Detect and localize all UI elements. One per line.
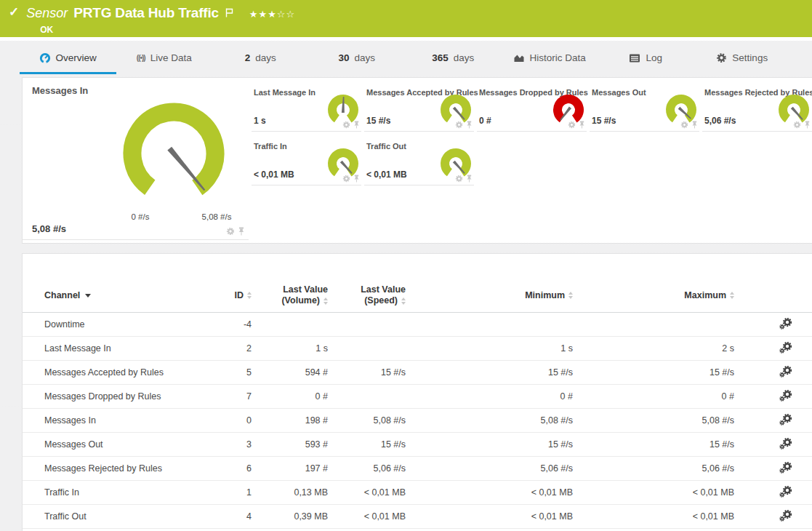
tab-label: Settings xyxy=(732,52,768,63)
cell-maximum: < 0,01 MB xyxy=(573,487,734,498)
tab-overview[interactable]: Overview xyxy=(20,44,116,74)
priority-flag-icon[interactable] xyxy=(225,8,233,17)
gauge-value: 5,06 #/s xyxy=(704,116,736,126)
cell-id: 6 xyxy=(212,463,252,474)
pin-icon[interactable] xyxy=(804,121,811,129)
gauge-card: Messages Dropped by Rules 0 # xyxy=(477,83,587,132)
sensor-title: PRTG Data Hub Traffic xyxy=(73,5,219,21)
gauge-value: < 0,01 MB xyxy=(366,169,407,180)
gauge-card: Traffic Out < 0,01 MB xyxy=(364,137,474,185)
table-row[interactable]: Traffic Out 4 0,39 MB < 0,01 MB < 0,01 M… xyxy=(23,505,812,529)
channel-settings-gears-icon[interactable] xyxy=(779,510,792,522)
cell-channel[interactable]: Messages Dropped by Rules xyxy=(44,391,212,402)
broadcast-icon: ((•)) xyxy=(137,54,145,62)
sensor-tabs: Overview ((•)) Live Data 2days 30days 36… xyxy=(20,44,790,74)
tab-live-data[interactable]: ((•)) Live Data xyxy=(116,44,213,74)
gear-icon[interactable] xyxy=(455,121,463,129)
cell-last-value-volume: 197 # xyxy=(252,463,328,474)
cell-last-value-speed: 15 #/s xyxy=(328,439,406,450)
cell-minimum: 1 s xyxy=(406,343,573,354)
gear-icon[interactable] xyxy=(342,121,350,129)
tab-log[interactable]: Log xyxy=(598,44,694,74)
pin-icon[interactable] xyxy=(238,227,245,236)
pin-icon[interactable] xyxy=(691,121,698,129)
cell-channel[interactable]: Traffic Out xyxy=(44,511,212,522)
gauge-title: Messages In xyxy=(32,85,88,96)
table-row[interactable]: Messages Dropped by Rules 7 0 # 0 # 0 # xyxy=(23,385,812,409)
table-row[interactable]: Messages Out 3 593 # 15 #/s 15 #/s 15 #/… xyxy=(23,433,812,457)
cell-channel[interactable]: Messages In xyxy=(44,415,212,426)
cell-id: -4 xyxy=(212,319,252,330)
tab-settings[interactable]: Settings xyxy=(694,44,791,74)
tab-historic-data[interactable]: Historic Data xyxy=(502,44,598,74)
cell-channel[interactable]: Messages Rejected by Rules xyxy=(44,463,212,474)
gauges-panel: Messages In 0 #/s 5,08 #/s 5,08 #/s Last xyxy=(22,77,812,244)
gauge-needle xyxy=(167,147,206,192)
cell-minimum: 0 # xyxy=(406,391,573,402)
gauge-title: Messages Out xyxy=(592,88,646,97)
priority-stars[interactable]: ★★★☆☆ xyxy=(249,9,295,20)
column-header-last-value-speed[interactable]: Last Value(Speed) xyxy=(328,284,406,306)
table-row[interactable]: Downtime -4 xyxy=(23,313,812,337)
cell-last-value-volume: 198 # xyxy=(252,415,328,426)
cell-last-value-volume: 0,13 MB xyxy=(252,487,328,498)
channel-settings-gears-icon[interactable] xyxy=(779,390,792,402)
tab-30-days[interactable]: 30days xyxy=(309,44,406,74)
table-row[interactable]: Messages Accepted by Rules 5 594 # 15 #/… xyxy=(23,361,812,385)
channel-settings-gears-icon[interactable] xyxy=(779,438,792,450)
table-row[interactable]: Last Message In 2 1 s 1 s 2 s xyxy=(23,337,812,361)
cell-channel[interactable]: Last Message In xyxy=(44,343,212,354)
column-header-minimum[interactable]: Minimum xyxy=(406,290,573,300)
tab-2-days[interactable]: 2days xyxy=(212,44,309,74)
cell-channel[interactable]: Messages Accepted by Rules xyxy=(44,367,212,378)
cell-channel[interactable]: Traffic In xyxy=(44,487,212,498)
stars-filled[interactable]: ★★★ xyxy=(249,9,277,20)
channel-settings-gears-icon[interactable] xyxy=(779,414,792,426)
channel-settings-gears-icon[interactable] xyxy=(779,486,792,498)
tab-label: Log xyxy=(646,52,662,63)
cell-last-value-volume: 0,39 MB xyxy=(252,511,328,522)
stars-empty[interactable]: ☆☆ xyxy=(277,9,295,20)
gear-icon[interactable] xyxy=(455,175,463,183)
channel-table-header: Channel ID Last Value(Volume) Last Value… xyxy=(23,279,812,313)
cell-channel[interactable]: Messages Out xyxy=(44,439,212,450)
column-header-id[interactable]: ID xyxy=(212,290,252,300)
column-header-maximum[interactable]: Maximum xyxy=(573,290,734,300)
pin-icon[interactable] xyxy=(466,121,473,129)
tab-365-days[interactable]: 365days xyxy=(405,44,502,74)
channel-settings-gears-icon[interactable] xyxy=(779,342,792,354)
table-row[interactable]: Messages Rejected by Rules 6 197 # 5,06 … xyxy=(23,457,812,481)
tab-label: Live Data xyxy=(150,52,192,63)
cell-minimum: < 0,01 MB xyxy=(406,487,573,498)
column-header-channel[interactable]: Channel xyxy=(44,290,212,300)
channel-settings-gears-icon[interactable] xyxy=(779,366,792,378)
cell-id: 0 xyxy=(212,415,252,426)
table-row[interactable]: Traffic In 1 0,13 MB < 0,01 MB < 0,01 MB… xyxy=(23,481,812,505)
gauge-title: Traffic In xyxy=(254,142,287,151)
cell-last-value-speed: < 0,01 MB xyxy=(328,487,406,498)
channel-settings-gears-icon[interactable] xyxy=(779,318,792,330)
cell-minimum: 15 #/s xyxy=(406,439,573,450)
cell-last-value-volume: 593 # xyxy=(252,439,328,450)
gear-icon[interactable] xyxy=(342,175,350,183)
pin-icon[interactable] xyxy=(353,121,360,129)
gear-icon[interactable] xyxy=(793,121,801,129)
cell-id: 1 xyxy=(212,487,252,498)
pin-icon[interactable] xyxy=(579,121,585,129)
table-row[interactable]: Messages In 0 198 # 5,08 #/s 5,08 #/s 5,… xyxy=(23,409,812,433)
pin-icon[interactable] xyxy=(353,175,360,183)
gear-icon[interactable] xyxy=(226,227,235,236)
pin-icon[interactable] xyxy=(466,175,473,183)
gear-icon[interactable] xyxy=(680,121,688,129)
gauge-max-label: 5,08 #/s xyxy=(202,212,232,221)
gauge-value: < 0,01 MB xyxy=(254,169,294,180)
channel-settings-gears-icon[interactable] xyxy=(779,462,792,474)
gear-icon[interactable] xyxy=(568,121,576,129)
cell-channel[interactable]: Downtime xyxy=(44,319,212,330)
sensor-header: ✓ Sensor PRTG Data Hub Traffic ★★★☆☆ OK xyxy=(0,0,812,37)
secondary-gauges-area: Last Message In 1 s xyxy=(249,78,812,243)
column-header-last-value-volume[interactable]: Last Value(Volume) xyxy=(252,284,328,306)
cell-last-value-speed: 5,06 #/s xyxy=(328,463,406,474)
cell-last-value-speed: 5,08 #/s xyxy=(328,415,406,426)
sort-desc-icon xyxy=(85,294,91,298)
